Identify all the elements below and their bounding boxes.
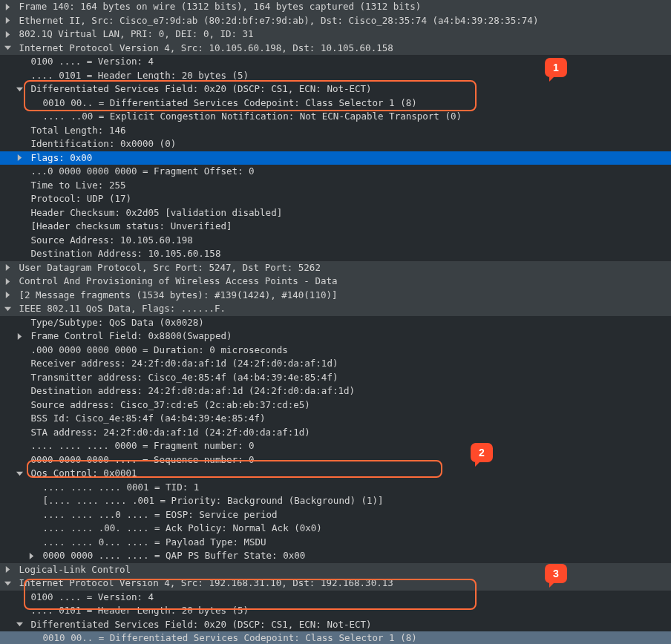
- tree-row[interactable]: .... .... .... 0001 = TID: 1: [0, 481, 671, 495]
- tree-row-text: Control And Provisioning of Wireless Acc…: [19, 275, 338, 289]
- tree-row-text: Flags: 0x00: [31, 151, 93, 165]
- packet-details-tree[interactable]: Frame 140: 164 bytes on wire (1312 bits)…: [0, 0, 671, 644]
- tree-row-text: [.... .... .... .001 = Priority: Backgro…: [43, 494, 384, 508]
- tree-row-text: Internet Protocol Version 4, Src: 10.105…: [19, 42, 393, 56]
- tree-row-text: .... .... ...0 .... = EOSP: Service peri…: [43, 508, 278, 522]
- tree-row[interactable]: .000 0000 0000 0000 = Duration: 0 micros…: [0, 344, 671, 358]
- tree-row-text: Total Length: 146: [31, 124, 126, 138]
- tree-row[interactable]: Time to Live: 255: [0, 179, 671, 193]
- tree-row-text: .... .... .... 0000 = Fragment number: 0: [31, 439, 255, 453]
- tree-row[interactable]: .... .... ...0 .... = EOSP: Service peri…: [0, 508, 671, 522]
- tree-row[interactable]: Source address: Cisco_37:cd:e5 (2c:ab:eb…: [0, 398, 671, 413]
- tree-row[interactable]: BSS Id: Cisco_4e:85:4f (a4:b4:39:4e:85:4…: [0, 412, 671, 426]
- chevron-right-icon[interactable]: [4, 31, 13, 38]
- callout-number: 3: [553, 567, 559, 581]
- tree-row-text: 0100 .... = Version: 4: [31, 55, 154, 69]
- tree-row[interactable]: Qos Control: 0x0001: [0, 467, 671, 481]
- tree-row[interactable]: 0000 0000 .... .... = QAP PS Buffer Stat…: [0, 549, 671, 563]
- chevron-right-icon[interactable]: [28, 553, 37, 559]
- tree-row[interactable]: Differentiated Services Field: 0x20 (DSC…: [0, 618, 671, 632]
- tree-row[interactable]: Identification: 0x0000 (0): [0, 137, 671, 151]
- tree-row[interactable]: [.... .... .... .001 = Priority: Backgro…: [0, 494, 671, 508]
- tree-row[interactable]: .... ..00 = Explicit Congestion Notifica…: [0, 110, 671, 124]
- tree-row-text: 802.1Q Virtual LAN, PRI: 0, DEI: 0, ID: …: [19, 27, 254, 42]
- tree-row[interactable]: 0100 .... = Version: 4: [0, 591, 671, 605]
- tree-row[interactable]: Protocol: UDP (17): [0, 192, 671, 206]
- tree-row[interactable]: Type/Subtype: QoS Data (0x0028): [0, 316, 671, 330]
- tree-row-text: .000 0000 0000 0000 = Duration: 0 micros…: [31, 344, 288, 358]
- tree-row-text: Qos Control: 0x0001: [31, 467, 137, 481]
- tree-row-text: IEEE 802.11 QoS Data, Flags: ......F.: [19, 302, 226, 316]
- chevron-down-icon[interactable]: [16, 621, 25, 628]
- chevron-down-icon[interactable]: [16, 86, 25, 93]
- tree-row[interactable]: Logical-Link Control: [0, 563, 671, 577]
- tree-row[interactable]: Control And Provisioning of Wireless Acc…: [0, 275, 671, 289]
- tree-row-text: 0010 00.. = Differentiated Services Code…: [43, 631, 417, 644]
- chevron-right-icon[interactable]: [4, 4, 13, 10]
- tree-row[interactable]: .... .... .00. .... = Ack Policy: Normal…: [0, 522, 671, 536]
- chevron-down-icon[interactable]: [4, 306, 13, 312]
- tree-row[interactable]: [Header checksum status: Unverified]: [0, 220, 671, 234]
- tree-row[interactable]: Frame 140: 164 bytes on wire (1312 bits)…: [0, 0, 671, 14]
- tree-row-text: 0010 00.. = Differentiated Services Code…: [43, 96, 417, 111]
- tree-row-text: STA address: 24:2f:d0:da:af:1d (24:2f:d0…: [31, 426, 310, 440]
- tree-row[interactable]: Frame Control Field: 0x8800(Swapped): [0, 329, 671, 344]
- tree-row[interactable]: Source Address: 10.105.60.198: [0, 234, 671, 248]
- tree-row-text: BSS Id: Cisco_4e:85:4f (a4:b4:39:4e:85:4…: [31, 412, 266, 426]
- annotation-callout: 2: [471, 443, 493, 462]
- tree-row-text: Protocol: UDP (17): [31, 192, 131, 206]
- chevron-right-icon[interactable]: [16, 154, 25, 161]
- tree-row[interactable]: Total Length: 146: [0, 124, 671, 138]
- tree-row[interactable]: Internet Protocol Version 4, Src: 10.105…: [0, 42, 671, 56]
- tree-row-text: 0100 .... = Version: 4: [31, 591, 154, 605]
- tree-row[interactable]: Differentiated Services Field: 0x20 (DSC…: [0, 82, 671, 96]
- chevron-down-icon[interactable]: [4, 580, 13, 587]
- tree-row[interactable]: .... .... .... 0000 = Fragment number: 0: [0, 439, 671, 453]
- chevron-right-icon[interactable]: [4, 278, 13, 285]
- tree-row[interactable]: Destination Address: 10.105.60.158: [0, 247, 671, 261]
- tree-row[interactable]: .... 0101 = Header Length: 20 bytes (5): [0, 604, 671, 618]
- tree-row-text: 0000 0000 0000 .... = Sequence number: 0: [31, 453, 255, 467]
- tree-row-text: .... .... 0... .... = Payload Type: MSDU: [43, 536, 266, 550]
- tree-row[interactable]: [2 Message fragments (1534 bytes): #139(…: [0, 289, 671, 303]
- tree-row-text: [Header checksum status: Unverified]: [31, 220, 232, 234]
- tree-row[interactable]: IEEE 802.11 QoS Data, Flags: ......F.: [0, 302, 671, 316]
- tree-row-text: Time to Live: 255: [31, 179, 126, 193]
- tree-row-text: Frame Control Field: 0x8800(Swapped): [31, 329, 232, 344]
- tree-row[interactable]: 0010 00.. = Differentiated Services Code…: [0, 631, 671, 644]
- tree-row-text: .... ..00 = Explicit Congestion Notifica…: [43, 110, 462, 124]
- chevron-right-icon[interactable]: [16, 333, 25, 340]
- tree-row[interactable]: 0000 0000 0000 .... = Sequence number: 0: [0, 453, 671, 467]
- tree-row-text: Type/Subtype: QoS Data (0x0028): [31, 316, 204, 330]
- chevron-right-icon[interactable]: [4, 292, 13, 298]
- tree-row[interactable]: 0100 .... = Version: 4: [0, 55, 671, 69]
- tree-row[interactable]: Transmitter address: Cisco_4e:85:4f (a4:…: [0, 371, 671, 385]
- tree-row[interactable]: User Datagram Protocol, Src Port: 5247, …: [0, 261, 671, 275]
- tree-row[interactable]: Ethernet II, Src: Cisco_e7:9d:ab (80:2d:…: [0, 14, 671, 28]
- chevron-right-icon[interactable]: [4, 566, 13, 573]
- tree-row[interactable]: Receiver address: 24:2f:d0:da:af:1d (24:…: [0, 357, 671, 371]
- callout-number: 1: [553, 61, 559, 75]
- tree-row-text: Destination address: 24:2f:d0:da:af:1d (…: [31, 384, 356, 398]
- annotation-callout: 3: [545, 564, 567, 583]
- tree-row[interactable]: 0010 00.. = Differentiated Services Code…: [0, 96, 671, 111]
- chevron-down-icon[interactable]: [4, 45, 13, 51]
- tree-row[interactable]: Header Checksum: 0x2d05 [validation disa…: [0, 206, 671, 220]
- tree-row-text: Source address: Cisco_37:cd:e5 (2c:ab:eb…: [31, 398, 310, 413]
- tree-row[interactable]: Internet Protocol Version 4, Src: 192.16…: [0, 576, 671, 591]
- tree-row-text: Logical-Link Control: [19, 563, 131, 577]
- tree-row[interactable]: Destination address: 24:2f:d0:da:af:1d (…: [0, 384, 671, 398]
- tree-row[interactable]: .... 0101 = Header Length: 20 bytes (5): [0, 69, 671, 83]
- chevron-right-icon[interactable]: [4, 264, 13, 271]
- tree-row[interactable]: Flags: 0x00: [0, 151, 671, 165]
- chevron-down-icon[interactable]: [16, 470, 25, 477]
- tree-row[interactable]: STA address: 24:2f:d0:da:af:1d (24:2f:d0…: [0, 426, 671, 440]
- tree-row[interactable]: ...0 0000 0000 0000 = Fragment Offset: 0: [0, 165, 671, 179]
- tree-row-text: Differentiated Services Field: 0x20 (DSC…: [31, 82, 372, 96]
- tree-row[interactable]: 802.1Q Virtual LAN, PRI: 0, DEI: 0, ID: …: [0, 27, 671, 42]
- tree-row-text: Differentiated Services Field: 0x20 (DSC…: [31, 618, 372, 632]
- tree-row-text: Frame 140: 164 bytes on wire (1312 bits)…: [19, 0, 422, 14]
- chevron-right-icon[interactable]: [4, 17, 13, 24]
- tree-row-text: .... .... .00. .... = Ack Policy: Normal…: [43, 522, 322, 536]
- tree-row[interactable]: .... .... 0... .... = Payload Type: MSDU: [0, 536, 671, 550]
